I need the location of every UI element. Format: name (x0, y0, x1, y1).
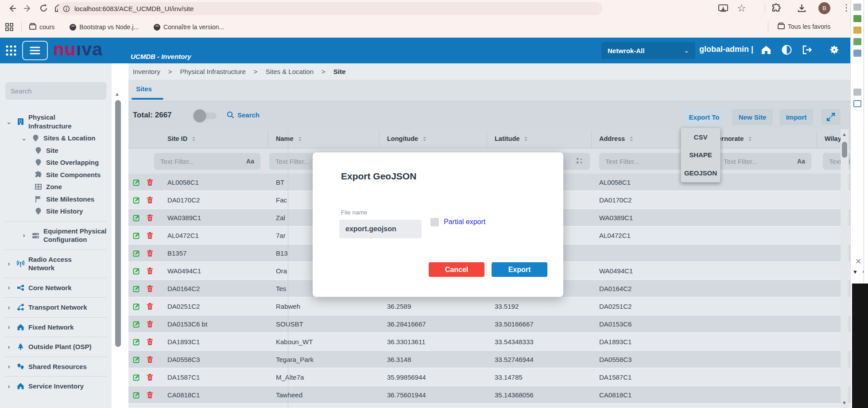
file-name-input[interactable]: export.geojson (339, 220, 422, 238)
sidebar-item-shared-resources[interactable]: ›Shared Resources (0, 361, 112, 373)
edit-row-button[interactable] (133, 333, 140, 350)
delete-row-button[interactable] (146, 174, 154, 190)
apps-grid-icon[interactable] (5, 23, 13, 31)
sidebar-item-zone[interactable]: Zone (0, 181, 112, 193)
partial-export-checkbox[interactable] (430, 218, 439, 226)
sidebar-scrollbar-thumb[interactable] (115, 100, 121, 347)
new-site-button[interactable]: New Site (732, 109, 773, 125)
column-header-address[interactable]: Address (599, 135, 635, 142)
table-search-button[interactable]: Search (227, 111, 260, 119)
edit-row-button[interactable] (133, 174, 140, 190)
chevron-right-icon[interactable]: › (5, 284, 12, 291)
breadcrumb-item[interactable]: Inventory (133, 68, 160, 75)
sidebar-item-core-network[interactable]: ›Core Network (0, 282, 112, 294)
table-scrollbar-track[interactable] (841, 129, 849, 408)
refresh-icon[interactable] (39, 4, 48, 13)
delete-row-button[interactable] (146, 280, 154, 297)
waffle-menu-icon[interactable] (5, 45, 17, 56)
edit-row-button[interactable] (133, 369, 140, 385)
bookmark-item[interactable]: Connaître la version... (154, 23, 224, 31)
extensions-icon[interactable] (771, 4, 781, 13)
sidebar-scroll-up-icon[interactable]: ▲ (115, 91, 120, 97)
table-row[interactable]: DA1587C1M_Alte7a35.9985694433.14785DA158… (128, 369, 850, 386)
delete-row-button[interactable] (146, 227, 154, 244)
export-button[interactable]: Export (492, 262, 547, 277)
column-header-site-id[interactable]: Site ID (167, 135, 198, 142)
printer-icon[interactable] (853, 4, 861, 11)
edit-row-button[interactable] (133, 262, 140, 279)
edit-row-button[interactable] (133, 280, 140, 297)
table-row[interactable]: DA0153C6 btSOUSBT36.2841666733.50166667D… (128, 315, 850, 333)
chevron-right-icon[interactable]: › (5, 304, 12, 311)
delete-row-button[interactable] (146, 191, 154, 208)
table-scroll-down-icon[interactable]: ▼ (842, 400, 847, 405)
delete-row-button[interactable] (146, 369, 154, 385)
export-menu-item-csv[interactable]: CSV (694, 133, 708, 141)
logout-icon[interactable] (802, 45, 813, 54)
edit-row-button[interactable] (133, 386, 140, 403)
network-selector[interactable]: Netwrok-All ⌄ (601, 42, 695, 59)
sidebar-item-fixed-network[interactable]: ›Fixed Network (0, 321, 112, 334)
sidebar-item-sites-location[interactable]: ⌄Sites & Location (0, 132, 112, 144)
sidebar-item-transport-network[interactable]: ›Transport Network (0, 301, 112, 314)
forward-icon[interactable] (23, 4, 32, 13)
cancel-button[interactable]: Cancel (429, 262, 484, 277)
cast-icon[interactable] (718, 4, 728, 13)
chevron-right-icon[interactable]: › (5, 343, 12, 350)
case-sensitive-toggle[interactable]: Aa (246, 158, 254, 165)
case-sensitive-toggle[interactable]: Aa (797, 158, 805, 165)
delete-row-button[interactable] (146, 333, 154, 350)
chevron-right-icon[interactable]: › (20, 232, 27, 239)
sidebar-search-input[interactable]: Search (5, 82, 106, 100)
column-header-name[interactable]: Name (276, 135, 304, 142)
delete-row-button[interactable] (146, 262, 154, 279)
bookmark-item[interactable]: Bootstrap vs Node.j... (70, 23, 139, 31)
breadcrumb-item[interactable]: Physical Infrastructure (180, 68, 245, 75)
partial-export-label[interactable]: Partial export (444, 218, 485, 226)
edit-row-button[interactable] (133, 298, 140, 315)
settings-gear-icon[interactable] (829, 45, 839, 55)
delete-row-button[interactable] (146, 209, 154, 226)
chevron-right-icon[interactable]: › (862, 268, 864, 275)
breadcrumb-item[interactable]: Site (333, 68, 346, 75)
bookmark-star-icon[interactable]: ☆ (737, 3, 746, 13)
contrast-icon[interactable] (782, 45, 792, 55)
delete-row-button[interactable] (146, 245, 154, 261)
export-to-button[interactable]: Export To (683, 109, 725, 125)
chevron-right-icon[interactable]: › (5, 260, 12, 267)
table-scrollbar-thumb[interactable] (842, 142, 847, 158)
delete-row-button[interactable] (146, 315, 154, 332)
edit-row-button[interactable] (133, 191, 140, 208)
sidebar-item-site-components[interactable]: Site Components (0, 169, 112, 181)
sidebar-item-site[interactable]: Site (0, 144, 112, 157)
delete-row-button[interactable] (146, 351, 154, 368)
map-toggle-knob[interactable] (194, 109, 206, 122)
downloads-icon[interactable] (797, 4, 806, 13)
edit-row-button[interactable] (133, 315, 140, 332)
filter-input-governorate[interactable]: Text Filter...Aa (717, 153, 811, 170)
chevron-down-icon[interactable]: ⌄ (20, 135, 27, 142)
sidebar-item-outside-plant-osp-[interactable]: ›Outside Plant (OSP) (0, 341, 112, 353)
sidebar-item-site-overlapping[interactable]: Site Overlapping (0, 156, 112, 169)
hamburger-menu-button[interactable] (22, 41, 48, 60)
close-icon[interactable]: ✕ (855, 257, 861, 266)
table-row[interactable]: DA1893C1Kaboun_WT36.3301361133.54348333D… (128, 333, 850, 351)
table-row[interactable]: CA0818C1Tawheed36.7560194435.14368056CA0… (128, 386, 850, 404)
import-button[interactable]: Import (779, 109, 813, 125)
printer-icon-2[interactable] (853, 89, 861, 96)
window-icon[interactable] (853, 100, 861, 107)
table-row[interactable]: DA0558C3Tegara_Park36.314833.52746944DA0… (128, 351, 850, 369)
bookmark-all-favorites[interactable]: Tous les favoris (778, 23, 830, 30)
column-header-latitude[interactable]: Latitude (495, 135, 530, 142)
delete-row-button[interactable] (146, 298, 154, 315)
numeric-filter-icon[interactable]: +−×÷ (576, 157, 584, 166)
column-header-longitude[interactable]: Longitude (387, 135, 428, 142)
sidebar-item-service-inventory[interactable]: ›Service Inventory (0, 380, 112, 392)
sidebar-item-equipment-physical-configuration[interactable]: ›Equipment Physical Configuration (0, 225, 112, 246)
table-scroll-up-icon[interactable]: ▲ (842, 132, 847, 137)
edit-row-button[interactable] (133, 227, 140, 244)
browser-menu-icon[interactable]: ⋮ (842, 3, 851, 12)
bookmark-item[interactable]: cours (29, 23, 54, 31)
app-home-icon[interactable] (761, 45, 771, 55)
edit-row-button[interactable] (133, 351, 140, 368)
